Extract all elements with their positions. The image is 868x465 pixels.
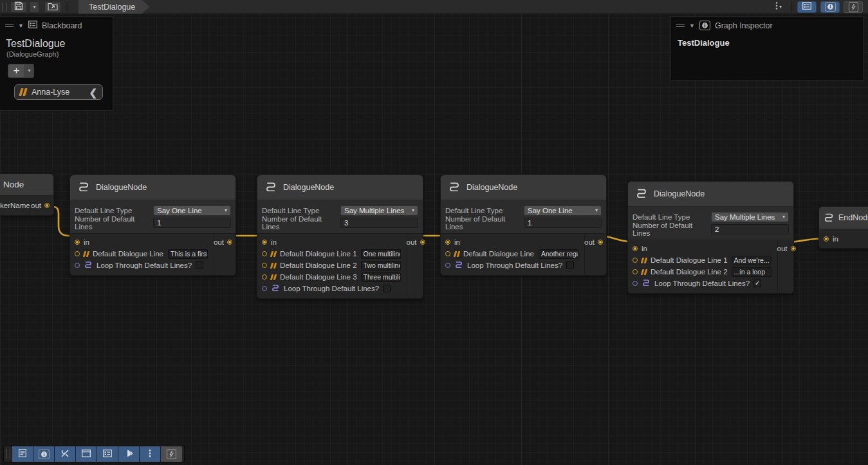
dialogue-line-value: ...in a loop	[734, 268, 765, 276]
add-property-dropdown-button[interactable]: ▾	[25, 64, 34, 78]
blackboard-icon	[28, 21, 37, 30]
end-node[interactable]: EndNode in	[818, 206, 868, 249]
collapse-arrow-icon[interactable]: ▼	[18, 23, 24, 29]
line-type-label: Default Line Type	[75, 207, 153, 214]
dialogue-node-icon	[823, 213, 835, 223]
chevron-down-icon: ▾	[225, 207, 227, 213]
dialogue-line-icon	[454, 251, 459, 257]
toggle-inspector-button[interactable]	[820, 1, 840, 13]
drag-handle-icon[interactable]	[5, 24, 14, 24]
out-port[interactable]	[598, 240, 603, 245]
loop-checkbox[interactable]: ✓	[753, 280, 761, 287]
dialogue-node-4[interactable]: DialogueNode Default Line Type Say Multi…	[627, 181, 794, 294]
dialogue-line-field[interactable]: ...in a loop	[732, 267, 771, 277]
line-type-dropdown[interactable]: Say One Line ▾	[153, 205, 231, 216]
dialogue-line-field[interactable]: One multiline	[361, 249, 401, 259]
line-type-label: Default Line Type	[633, 213, 711, 221]
in-port[interactable]	[633, 246, 638, 251]
chevron-left-icon[interactable]: ❮	[89, 88, 97, 97]
loop-port[interactable]	[445, 263, 450, 268]
dialogue-line-port[interactable]	[262, 263, 267, 268]
tools-button[interactable]	[55, 446, 76, 462]
collapse-arrow-icon[interactable]: ▼	[689, 23, 695, 29]
toggle-blackboard-button[interactable]	[797, 1, 817, 13]
drag-handle-icon[interactable]	[676, 24, 685, 24]
dialogue-line-value: Three multilin	[364, 273, 401, 281]
graph-inspector-header[interactable]: ▼ Graph Inspector	[671, 17, 863, 33]
preview-button[interactable]	[118, 446, 140, 462]
out-port[interactable]	[227, 240, 232, 245]
loop-checkbox[interactable]	[566, 261, 574, 269]
toolbar-drag-handle[interactable]	[2, 3, 7, 12]
tools-icon	[60, 449, 69, 460]
dialogue-line-port[interactable]	[633, 269, 638, 274]
in-port[interactable]	[262, 240, 267, 245]
save-button[interactable]	[10, 1, 27, 13]
property-name: Anna-Lyse	[32, 88, 69, 97]
loop-port[interactable]	[633, 281, 638, 286]
loop-port[interactable]	[75, 263, 80, 268]
count-field[interactable]: 1	[524, 218, 602, 228]
blackboard-button[interactable]	[97, 446, 118, 462]
blackboard-property-anna-lyse[interactable]: Anna-Lyse ❮	[14, 84, 103, 100]
count-value: 1	[157, 219, 161, 227]
folder-open-icon	[48, 2, 58, 12]
line-type-dropdown[interactable]: Say One Line ▾	[524, 205, 602, 216]
start-node[interactable]: Node kerName out	[0, 173, 54, 216]
add-property-button[interactable]: +	[8, 64, 25, 78]
in-port[interactable]	[445, 240, 450, 245]
dialogue-line-field[interactable]: Two multiline	[361, 261, 401, 270]
kebab-icon	[775, 1, 778, 12]
dialogue-node-2[interactable]: DialogueNode Default Line Type Say Multi…	[257, 175, 423, 299]
speaker-name-port-label: kerName	[0, 202, 30, 209]
more-button[interactable]	[140, 446, 161, 462]
dialogue-line-field[interactable]: Another regu	[539, 249, 578, 259]
blackboard-graph-name: TestDialogue	[0, 33, 113, 50]
shortcuts-button[interactable]	[161, 446, 182, 462]
dialogue-line-value: And we're...	[734, 256, 770, 264]
toggle-preview-button[interactable]	[844, 1, 863, 13]
line-type-dropdown[interactable]: Say Multiple Lines ▾	[711, 212, 789, 222]
open-asset-button[interactable]	[44, 1, 61, 13]
dialogue-node-3[interactable]: DialogueNode Default Line Type Say One L…	[440, 175, 607, 276]
blackboard-graph-type: (DialogueGraph)	[0, 50, 113, 58]
in-port-label: in	[84, 238, 89, 246]
in-port[interactable]	[824, 236, 829, 242]
graph-tab[interactable]: TestDialogue	[78, 0, 149, 14]
dialogue-line-port[interactable]	[633, 258, 638, 263]
out-port[interactable]	[791, 246, 796, 251]
count-field[interactable]: 2	[711, 224, 789, 234]
out-port[interactable]	[420, 240, 425, 245]
dialogue-node-1[interactable]: DialogueNode Default Line Type Say One L…	[69, 175, 236, 276]
out-port[interactable]	[44, 203, 50, 208]
overflow-menu-button[interactable]: ▾	[770, 1, 787, 13]
dialogue-line-port[interactable]	[445, 251, 450, 256]
window-button[interactable]	[76, 446, 97, 462]
blackboard-header[interactable]: ▼ Blackboard	[0, 17, 113, 33]
line-type-value: Say One Line	[157, 207, 202, 214]
count-field[interactable]: 1	[153, 218, 231, 228]
dialogue-node-icon	[635, 188, 648, 200]
inspector-button[interactable]	[33, 446, 55, 462]
dialogue-line-field[interactable]: And we're...	[732, 256, 771, 265]
info-icon	[39, 450, 50, 459]
dialogue-line-port[interactable]	[262, 251, 267, 256]
dialogue-line-field[interactable]: Three multilin	[361, 272, 401, 282]
loop-port[interactable]	[262, 286, 267, 291]
dialogue-line-field[interactable]: This is a first	[168, 249, 208, 259]
dialogue-line-value: Two multiline	[364, 261, 401, 269]
loop-checkbox[interactable]	[196, 261, 203, 269]
in-port[interactable]	[75, 240, 80, 245]
save-options-button[interactable]: ▾	[30, 1, 39, 13]
toolbar-drag-handle[interactable]	[6, 449, 10, 459]
toolbar-separator	[791, 2, 792, 12]
dialogue-line-port[interactable]	[75, 251, 80, 256]
line-type-dropdown[interactable]: Say Multiple Lines ▾	[340, 205, 418, 216]
count-label: Number of Default Lines	[262, 215, 340, 231]
count-field[interactable]: 3	[340, 218, 418, 228]
out-port-label: out	[214, 238, 224, 246]
dialogue-line-port[interactable]	[262, 274, 267, 280]
loop-checkbox[interactable]	[383, 285, 391, 292]
blackboard-title: Blackboard	[42, 21, 82, 30]
notes-button[interactable]	[12, 446, 33, 462]
